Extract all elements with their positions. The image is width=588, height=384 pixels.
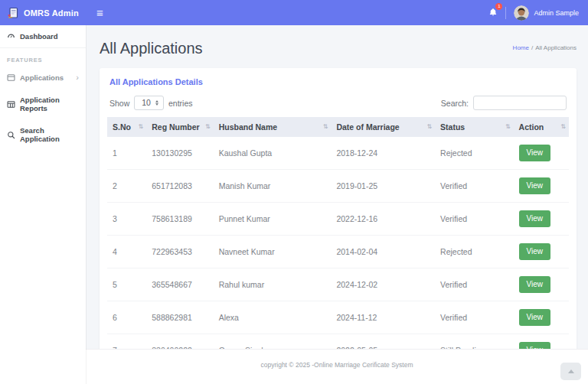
sort-icon: ⇅ xyxy=(505,123,511,130)
column-header-date-of-marriage[interactable]: Date of Marriage⇅ xyxy=(331,117,435,137)
cell-reg-number: 588862981 xyxy=(146,301,213,334)
show-label: Show xyxy=(109,99,129,108)
column-header-status[interactable]: Status⇅ xyxy=(435,117,514,137)
cell-action: View xyxy=(514,137,569,170)
column-label: Reg Number xyxy=(152,122,199,132)
notifications-button[interactable]: 1 xyxy=(488,6,498,20)
dashboard-icon xyxy=(7,32,15,41)
breadcrumb-separator: / xyxy=(531,44,533,51)
sidebar-item-search-application[interactable]: Search Application xyxy=(0,119,86,150)
cell-sno: 4 xyxy=(107,236,146,268)
applications-table: S.No⇅ Reg Number⇅ Husband Name⇅ Date of … xyxy=(107,117,569,384)
column-label: Action xyxy=(519,122,544,132)
column-label: Date of Marriage xyxy=(336,122,399,132)
scroll-to-top-button[interactable] xyxy=(560,363,581,380)
sort-icon: ⇅ xyxy=(323,123,328,130)
breadcrumb-current: All Applications xyxy=(535,44,577,51)
search-input[interactable] xyxy=(473,96,567,110)
cell-action: View xyxy=(514,203,569,236)
topbar-right: 1 Admin Sample xyxy=(488,5,588,21)
cell-action: View xyxy=(514,236,569,268)
cell-reg-number: 130130295 xyxy=(146,137,213,170)
column-header-reg-number[interactable]: Reg Number⇅ xyxy=(146,117,213,137)
view-button[interactable]: View xyxy=(519,276,551,293)
view-button[interactable]: View xyxy=(519,177,551,194)
table-row: 1 130130295 Kaushal Gupta 2018-12-24 Rej… xyxy=(107,137,569,170)
cell-status: Verified xyxy=(435,301,514,334)
cell-reg-number: 365548667 xyxy=(146,268,213,301)
cell-sno: 1 xyxy=(107,137,146,170)
column-header-action[interactable]: Action⇅ xyxy=(514,117,569,137)
column-label: S.No xyxy=(113,122,131,132)
cell-sno: 6 xyxy=(107,301,146,334)
sidebar-item-dashboard[interactable]: Dashboard xyxy=(0,25,86,47)
sidebar-item-applications[interactable]: Applications › xyxy=(0,67,86,89)
sort-icon: ⇅ xyxy=(205,123,211,130)
sidebar-section-label: FEATURES xyxy=(0,48,86,67)
cell-date-of-marriage: 2019-01-25 xyxy=(331,170,435,203)
view-button[interactable]: View xyxy=(519,309,551,326)
copyright-text: copyright © 2025 -Online Marriage Cerifi… xyxy=(86,350,588,369)
search-box: Search: xyxy=(441,96,567,110)
sidebar-item-application-reports[interactable]: Application Reports xyxy=(0,89,86,119)
breadcrumb-home-link[interactable]: Home xyxy=(513,44,529,51)
brand[interactable]: OMRS Admin xyxy=(0,7,86,19)
cell-date-of-marriage: 2014-02-04 xyxy=(331,236,435,268)
entries-select[interactable]: 10 xyxy=(134,96,164,110)
main-content: All Applications Home/All Applications A… xyxy=(86,25,588,384)
column-label: Status xyxy=(440,122,465,132)
cell-status: Verified xyxy=(435,268,514,301)
user-menu[interactable]: Admin Sample xyxy=(514,5,579,21)
sidebar-item-label: Dashboard xyxy=(20,32,58,41)
sidebar-item-label: Application Reports xyxy=(20,96,79,112)
cell-husband-name: Rahul kumar xyxy=(214,268,332,301)
table-row: 2 651712083 Manish Kumar 2019-01-25 Veri… xyxy=(107,170,569,203)
cell-date-of-marriage: 2024-11-12 xyxy=(331,301,435,334)
cell-husband-name: Kaushal Gupta xyxy=(214,137,332,170)
column-header-husband-name[interactable]: Husband Name⇅ xyxy=(214,117,332,137)
table-row: 4 722963453 Navneet Kumar 2014-02-04 Rej… xyxy=(107,236,569,268)
view-button[interactable]: View xyxy=(519,145,551,161)
view-button[interactable]: View xyxy=(519,243,551,260)
cell-date-of-marriage: 2018-12-24 xyxy=(331,137,435,170)
cell-sno: 5 xyxy=(107,268,146,301)
cell-action: View xyxy=(514,268,569,301)
applications-card: All Applications Details Show 10 entries… xyxy=(100,68,577,384)
table-row: 6 588862981 Alexa 2024-11-12 Verified Vi… xyxy=(107,301,569,334)
card-title: All Applications Details xyxy=(100,68,577,89)
cell-husband-name: Navneet Kumar xyxy=(214,236,332,268)
sort-icon: ⇅ xyxy=(560,123,566,130)
search-label: Search: xyxy=(441,99,469,108)
column-header-sno[interactable]: S.No⇅ xyxy=(107,117,146,137)
view-button[interactable]: View xyxy=(519,210,551,227)
avatar xyxy=(514,5,529,21)
cell-husband-name: Punnet Kumar xyxy=(214,203,332,236)
topbar-divider xyxy=(505,7,506,19)
column-label: Husband Name xyxy=(219,122,277,132)
app-logo-icon xyxy=(7,7,19,19)
cell-status: Rejected xyxy=(435,137,514,170)
chevron-right-icon: › xyxy=(76,73,79,82)
cell-husband-name: Alexa xyxy=(214,301,332,334)
notification-badge: 1 xyxy=(495,3,502,10)
entries-value: 10 xyxy=(142,98,151,107)
search-icon xyxy=(7,131,15,139)
brand-name: OMRS Admin xyxy=(24,8,79,18)
sidebar: Dashboard FEATURES Applications › Applic… xyxy=(0,25,86,384)
table-row: 3 758613189 Punnet Kumar 2022-12-16 Veri… xyxy=(107,203,569,236)
sort-icon: ⇅ xyxy=(139,123,144,130)
table-header-row: S.No⇅ Reg Number⇅ Husband Name⇅ Date of … xyxy=(107,117,569,137)
sidebar-item-label: Search Application xyxy=(20,126,79,143)
entries-label: entries xyxy=(168,99,193,108)
select-arrows-icon xyxy=(155,100,158,106)
cell-date-of-marriage: 2024-12-02 xyxy=(331,268,435,301)
cell-action: View xyxy=(514,170,569,203)
cell-action: View xyxy=(514,301,569,334)
user-name: Admin Sample xyxy=(534,9,579,17)
page-title: All Applications xyxy=(100,40,203,57)
sidebar-item-label: Applications xyxy=(20,73,64,82)
page-header: All Applications Home/All Applications xyxy=(100,37,577,57)
page-footer: copyright © 2025 -Online Marriage Cerifi… xyxy=(86,349,588,384)
table-controls: Show 10 entries Search: xyxy=(100,89,577,117)
hamburger-icon[interactable]: ≡ xyxy=(96,7,103,18)
